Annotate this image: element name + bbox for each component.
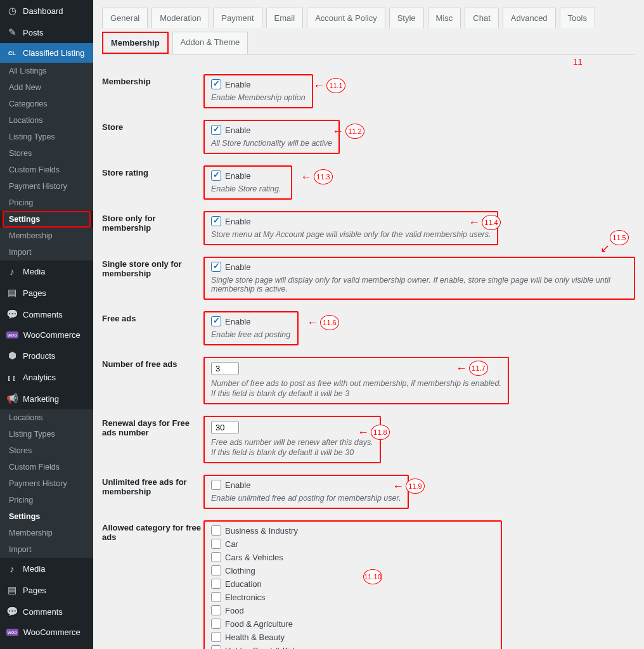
checkbox-input[interactable]: [211, 579, 221, 589]
sidebar-item[interactable]: wooWooCommerce: [0, 622, 93, 642]
enable-checkbox[interactable]: Enable: [211, 216, 491, 226]
sidebar-sub-listing-types[interactable]: Listing Types: [0, 129, 93, 145]
sidebar-label: WooCommerce: [23, 627, 80, 637]
tab-chat[interactable]: Chat: [465, 8, 498, 28]
sidebar-item-media[interactable]: ♪Media: [0, 260, 93, 282]
category-checkbox[interactable]: Cars & Vehicles: [211, 552, 494, 562]
checkbox-input[interactable]: [211, 645, 221, 649]
enable-checkbox[interactable]: Enable: [211, 480, 401, 490]
category-label: Health & Beauty: [225, 633, 285, 642]
checkbox-input[interactable]: [211, 216, 221, 226]
number-input[interactable]: [211, 421, 239, 434]
checkbox-input[interactable]: [211, 316, 221, 326]
enable-checkbox[interactable]: Enable: [211, 170, 285, 181]
number-input[interactable]: [211, 362, 239, 375]
tab-payment[interactable]: Payment: [213, 8, 262, 28]
sidebar-sub-membership[interactable]: Membership: [0, 228, 93, 244]
tab-general[interactable]: General: [102, 8, 148, 28]
checkbox-input[interactable]: [211, 592, 221, 602]
sidebar-item-dashboard[interactable]: ◷Dashboard: [0, 0, 93, 22]
category-checkbox[interactable]: Education: [211, 579, 494, 589]
checkbox-input[interactable]: [211, 632, 221, 642]
field-description: Enable free ad posting: [211, 330, 291, 339]
sidebar-item[interactable]: ♪Media: [0, 558, 93, 579]
checkbox-label: Enable: [225, 125, 250, 135]
category-checkbox[interactable]: Food & Agriculture: [211, 619, 494, 629]
checkbox-input[interactable]: [211, 619, 221, 629]
sidebar-item-products[interactable]: ⬢Products: [0, 345, 93, 366]
tab-advanced[interactable]: Advanced: [503, 8, 556, 28]
sidebar-sub-custom-fields[interactable]: Custom Fields: [0, 162, 93, 178]
checkbox-input[interactable]: [211, 605, 221, 615]
tab-addon-theme[interactable]: Addon & Theme: [172, 32, 248, 54]
sidebar-item-classified-listing[interactable]: CL Classified Listing: [0, 43, 93, 63]
category-checkbox[interactable]: Food: [211, 605, 494, 615]
sidebar-sub-settings[interactable]: Settings: [3, 211, 91, 228]
sidebar-item-comments[interactable]: 💬Comments: [0, 304, 93, 325]
sidebar-sub[interactable]: Listing Types: [0, 426, 93, 442]
checkbox-input[interactable]: [211, 539, 221, 549]
sidebar-sub[interactable]: Import: [0, 541, 93, 558]
sidebar-item-pages[interactable]: ▤Pages: [0, 282, 93, 304]
checkbox-input[interactable]: [211, 552, 221, 562]
enable-checkbox[interactable]: Enable: [211, 79, 306, 89]
classified-icon: CL: [6, 49, 18, 57]
checkbox-input[interactable]: [211, 125, 221, 135]
checkbox-input[interactable]: [211, 79, 221, 89]
sidebar-sub[interactable]: Membership: [0, 525, 93, 541]
field-label: Free ads: [102, 311, 203, 323]
enable-checkbox[interactable]: Enable: [211, 125, 332, 135]
tab-style[interactable]: Style: [389, 8, 424, 28]
field-description: If this field is blank dy default it wil…: [211, 389, 501, 398]
checkbox-input[interactable]: [211, 565, 221, 575]
sidebar-sub-import[interactable]: Import: [0, 244, 93, 260]
checkbox-input[interactable]: [211, 170, 221, 181]
checkbox-input[interactable]: [211, 525, 221, 536]
category-checkbox[interactable]: Health & Beauty: [211, 632, 494, 642]
sidebar-sub[interactable]: Payment History: [0, 475, 93, 492]
sidebar-item-posts[interactable]: ✎Posts: [0, 22, 93, 43]
tab-tools[interactable]: Tools: [560, 8, 595, 28]
sidebar-sub-all-listings[interactable]: All Listings: [0, 63, 93, 79]
sidebar-sub[interactable]: Settings: [0, 508, 93, 525]
sidebar-sub[interactable]: Pricing: [0, 492, 93, 508]
sidebar-sub[interactable]: Custom Fields: [0, 459, 93, 475]
tab-account-policy[interactable]: Account & Policy: [307, 8, 385, 28]
field-description: All Store functionality will be active: [211, 139, 332, 148]
sidebar-item-analytics[interactable]: ⫾⫾Analytics: [0, 366, 93, 388]
tab-membership[interactable]: Membership: [102, 32, 169, 54]
posts-icon: ✎: [6, 27, 18, 38]
enable-checkbox[interactable]: Enable: [211, 262, 628, 272]
sidebar-item[interactable]: 💬Comments: [0, 601, 93, 622]
icon: 💬: [6, 606, 18, 617]
sidebar-sub-categories[interactable]: Categories: [0, 96, 93, 112]
sidebar-sub-locations[interactable]: Locations: [0, 112, 93, 129]
sidebar-label: Posts: [23, 28, 44, 37]
sidebar-sub[interactable]: Stores: [0, 442, 93, 459]
sidebar-sub-pricing[interactable]: Pricing: [0, 195, 93, 211]
sidebar-sub[interactable]: Locations: [0, 409, 93, 426]
category-checkbox[interactable]: Electronics: [211, 592, 494, 602]
category-checkbox[interactable]: Business & Industry: [211, 525, 494, 536]
category-checkbox[interactable]: Car: [211, 539, 494, 549]
category-label: Cars & Vehicles: [225, 553, 283, 562]
checkbox-input[interactable]: [211, 480, 221, 490]
sidebar-item[interactable]: ⬢Products: [0, 642, 93, 649]
sidebar-item-woocommerce[interactable]: wooWooCommerce: [0, 325, 93, 345]
tab-misc[interactable]: Misc: [428, 8, 461, 28]
category-checkbox[interactable]: Clothing: [211, 565, 494, 575]
category-label: Food & Agriculture: [225, 619, 293, 629]
sidebar-label: Comments: [23, 607, 63, 617]
tab-moderation[interactable]: Moderation: [151, 8, 209, 28]
category-checkbox[interactable]: Hobby, Sport & Kids: [211, 645, 494, 649]
sidebar-sub-add-new[interactable]: Add New: [0, 79, 93, 96]
sidebar-item-marketing[interactable]: 📢Marketing: [0, 388, 93, 409]
tab-email[interactable]: Email: [266, 8, 304, 28]
sidebar-sub-stores[interactable]: Stores: [0, 145, 93, 162]
checkbox-label: Enable: [225, 317, 250, 326]
category-label: Clothing: [225, 566, 255, 575]
sidebar-item[interactable]: ▤Pages: [0, 579, 93, 601]
checkbox-input[interactable]: [211, 262, 221, 272]
enable-checkbox[interactable]: Enable: [211, 316, 291, 326]
sidebar-sub-payment-history[interactable]: Payment History: [0, 178, 93, 195]
